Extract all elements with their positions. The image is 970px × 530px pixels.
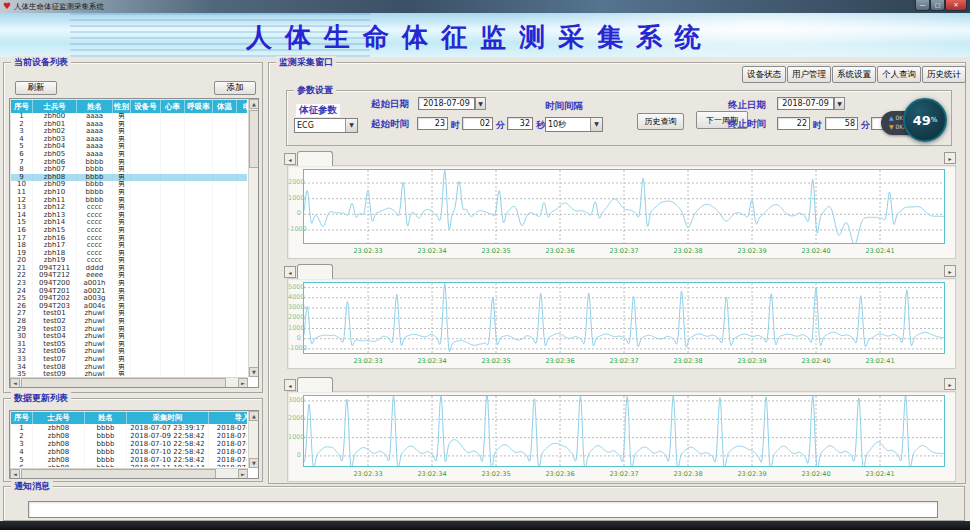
table-row[interactable]: 8zbh07bbbb男 [11,166,247,174]
table-row[interactable]: 31test05zhuwl男 [11,341,247,349]
table-row[interactable]: 24094T201a0021男 [11,288,247,296]
table-row[interactable]: 28test02zhuwl男 [11,318,247,326]
table-row[interactable]: 11zbh10bbbb男 [11,189,247,197]
end-date-field[interactable]: 2018-07-09 [777,97,834,110]
tab-ecg3[interactable] [297,377,333,392]
table-row[interactable]: 34test08zhuwl男 [11,364,247,372]
minimize-button[interactable]: — [915,0,930,11]
table-row[interactable]: 6zbh08bbbb2018-07-11 10:34:142018-07-11 … [11,464,247,467]
table-row[interactable]: 21094T211dddd男 [11,265,247,273]
column-header[interactable]: 士兵号 [33,412,85,424]
table-row[interactable]: 3zbh08bbbb2018-07-10 22:58:422018-07-10 … [11,440,247,448]
table-row[interactable]: 15zbh14cccc男 [11,219,247,227]
start-date-dropdown-icon[interactable]: ▼ [475,97,486,110]
table-row[interactable]: 12zbh11bbbb男 [11,197,247,205]
scroll-up-icon[interactable]: ▲ [249,411,259,421]
table-row[interactable]: 2zbh01aaaa男 [11,121,247,129]
scroll-down-icon[interactable]: ▼ [249,367,259,377]
table-row[interactable]: 1zbh08bbbb2018-07-07 23:39:172018-07-07 … [11,424,247,432]
history-stats-button[interactable]: 历史统计 [922,66,966,83]
tab-scroll-right-icon[interactable]: ▸ [944,265,956,277]
table-row[interactable]: 5zbh08bbbb2018-07-10 22:58:422018-07-10 … [11,456,247,464]
close-button[interactable]: ✕ [945,0,967,11]
column-header[interactable]: 序号 [11,412,33,424]
scroll-left-icon[interactable]: ◄ [10,469,20,479]
scroll-up-icon[interactable]: ▲ [249,99,259,109]
memory-percent-ball[interactable]: 49% [903,98,947,142]
table-row[interactable]: 33test07zhuwl男 [11,356,247,364]
table-row[interactable]: 5zbh04aaaa男 [11,143,247,151]
table-row[interactable]: 2zbh08bbbb2018-07-09 22:58:422018-07-10 … [11,432,247,440]
table-row[interactable]: 29test03zhuwl男 [11,326,247,334]
table-row[interactable]: 20zbh19cccc男 [11,257,247,265]
column-header[interactable]: 呼吸率 [185,100,213,113]
column-header[interactable]: 采集时间 [127,412,209,424]
table-row[interactable]: 3zbh02aaaa男 [11,128,247,136]
add-button[interactable]: 添加 [214,81,256,95]
tab-scroll-right-icon[interactable]: ▸ [944,152,956,164]
end-hour-field[interactable]: 22 [777,117,810,130]
column-header[interactable]: 姓名 [85,412,127,424]
column-header[interactable]: 导入时间 [209,412,247,424]
table-row[interactable]: 4zbh03aaaa男 [11,136,247,144]
personal-query-button[interactable]: 个人查询 [877,66,921,83]
tab-ecg2[interactable] [297,264,333,279]
hscroll-thumb[interactable] [21,469,216,479]
start-second-field[interactable]: 32 [507,117,533,130]
scroll-right-icon[interactable]: ► [238,469,248,479]
chevron-down-icon[interactable]: ▼ [590,118,602,131]
table-row[interactable]: 26094T203a004s男 [11,303,247,311]
column-header[interactable]: 序号 [11,100,33,113]
end-date-dropdown-icon[interactable]: ▼ [834,97,845,110]
tab-scroll-left-icon[interactable]: ◂ [284,379,296,391]
scroll-right-icon[interactable]: ► [238,378,248,388]
hscroll-thumb[interactable] [21,378,226,388]
column-header[interactable]: 电量 [237,100,247,113]
table-row[interactable]: 18zbh17cccc男 [11,242,247,250]
vscroll-thumb[interactable] [249,110,259,168]
table-row[interactable]: 13zbh12cccc男 [11,204,247,212]
device-status-button[interactable]: 设备状态 [742,66,786,83]
scroll-down-icon[interactable]: ▼ [249,458,259,468]
notice-message-input[interactable] [28,501,938,518]
chevron-down-icon[interactable]: ▼ [345,119,357,132]
table-row[interactable]: 4zbh08bbbb2018-07-10 22:58:422018-07-10 … [11,448,247,456]
table-row[interactable]: 25094T202a003g男 [11,295,247,303]
system-settings-button[interactable]: 系统设置 [832,66,876,83]
table-row[interactable]: 32test06zhuwl男 [11,348,247,356]
table-row[interactable]: 9zbh08bbbb男 [11,174,247,182]
maximize-button[interactable]: ▢ [930,0,945,11]
column-header[interactable]: 士兵号 [33,100,77,113]
user-management-button[interactable]: 用户管理 [787,66,831,83]
table-row[interactable]: 23094T200a001h男 [11,280,247,288]
tab-scroll-left-icon[interactable]: ◂ [284,266,296,278]
column-header[interactable]: 心率 [161,100,185,113]
table-row[interactable]: 7zbh06bbbb男 [11,159,247,167]
table-row[interactable]: 35test09zhuwl男 [11,371,247,376]
column-header[interactable]: 性别 [113,100,131,113]
table-row[interactable]: 30test04zhuwl男 [11,333,247,341]
column-header[interactable]: 体温 [213,100,237,113]
refresh-button[interactable]: 刷新 [15,81,57,95]
start-hour-field[interactable]: 23 [417,117,448,130]
table-row[interactable]: 19zbh18cccc男 [11,250,247,258]
update-table-hscrollbar[interactable]: ◄ ► [10,468,248,478]
end-minute-field[interactable]: 58 [825,117,858,130]
table-row[interactable]: 10zbh09bbbb男 [11,181,247,189]
table-row[interactable]: 16zbh15cccc男 [11,227,247,235]
column-header[interactable]: 设备号 [131,100,161,113]
table-row[interactable]: 14zbh13cccc男 [11,212,247,220]
start-date-field[interactable]: 2018-07-09 [418,97,475,110]
device-table-vscrollbar[interactable]: ▲ ▼ [248,99,258,377]
tab-scroll-right-icon[interactable]: ▸ [944,378,956,390]
table-row[interactable]: 1zbh00aaaa男 [11,113,247,121]
table-row[interactable]: 22094T212eeee男 [11,272,247,280]
table-row[interactable]: 6zbh05aaaa男 [11,151,247,159]
device-table-hscrollbar[interactable]: ◄ ► [10,377,248,387]
start-minute-field[interactable]: 02 [462,117,493,130]
interval-combo[interactable]: 10秒 ▼ [545,117,603,132]
table-row[interactable]: 17zbh16cccc男 [11,235,247,243]
table-row[interactable]: 27test01zhuwl男 [11,310,247,318]
vital-param-combo[interactable]: ECG ▼ [294,118,358,133]
tab-scroll-left-icon[interactable]: ◂ [284,153,296,165]
